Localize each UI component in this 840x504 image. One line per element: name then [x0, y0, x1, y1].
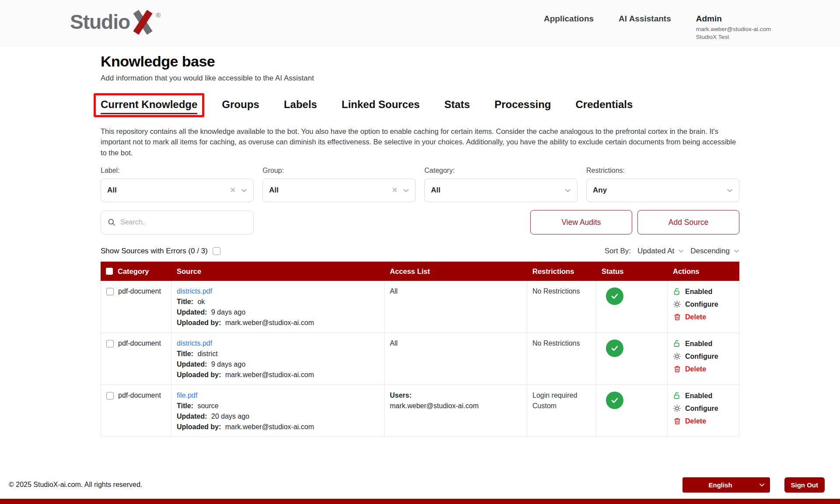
updated-label: Updated: — [177, 413, 207, 420]
site-footer: © 2025 StudioX-ai.com. All rights reserv… — [0, 473, 840, 496]
nav-applications[interactable]: Applications — [544, 14, 594, 24]
enabled-toggle[interactable]: Enabled — [673, 287, 734, 296]
configure-button[interactable]: Configure — [673, 352, 734, 360]
language-select[interactable]: English — [682, 477, 770, 493]
updated-label: Updated: — [177, 308, 207, 316]
source-file-link[interactable]: districts.pdf — [177, 340, 212, 347]
source-file-link[interactable]: districts.pdf — [177, 287, 212, 295]
filter-group-caption: Group: — [262, 167, 416, 175]
enabled-toggle[interactable]: Enabled — [673, 340, 734, 348]
tab-credentials[interactable]: Credentials — [576, 98, 633, 111]
tab-label: Credentials — [576, 98, 633, 110]
status-enabled-icon — [606, 392, 623, 409]
tab-linked-sources[interactable]: Linked Sources — [342, 98, 420, 111]
delete-button[interactable]: Delete — [673, 417, 734, 425]
registered-trademark-icon: ® — [156, 11, 161, 19]
tab-processing[interactable]: Processing — [494, 98, 551, 111]
header-category: Category — [118, 267, 149, 276]
row-checkbox[interactable] — [106, 340, 114, 347]
row-updated: 9 days ago — [209, 360, 245, 368]
delete-label: Delete — [685, 365, 706, 373]
uploaded-by-label: Uploaded by: — [177, 319, 221, 326]
row-category: pdf-document — [118, 287, 161, 295]
tab-labels[interactable]: Labels — [284, 98, 317, 111]
tab-stats[interactable]: Stats — [444, 98, 470, 111]
configure-label: Configure — [685, 405, 718, 413]
delete-label: Delete — [685, 313, 706, 321]
group-select[interactable]: All ✕ — [262, 178, 416, 202]
user-name: Admin — [696, 14, 771, 24]
label-select[interactable]: All ✕ — [101, 178, 254, 202]
header-access-list: Access List — [390, 267, 430, 276]
chevron-down-icon — [727, 189, 733, 192]
language-value: English — [709, 481, 732, 489]
row-checkbox[interactable] — [106, 288, 114, 295]
repository-description: This repository contains all the knowled… — [101, 126, 739, 158]
search-icon — [107, 218, 116, 227]
select-all-checkbox[interactable] — [106, 268, 113, 275]
category-select[interactable]: All — [424, 178, 578, 202]
sort-direction-select[interactable]: Descending — [690, 247, 739, 256]
tab-current-knowledge[interactable]: Current Knowledge — [101, 98, 197, 114]
clear-icon[interactable]: ✕ — [392, 187, 398, 194]
search-box[interactable] — [101, 210, 254, 234]
tab-label: Linked Sources — [342, 98, 420, 110]
top-nav: Applications AI Assistants Admin mark.we… — [544, 14, 771, 40]
sort-field-value: Updated At — [637, 247, 674, 256]
enabled-label: Enabled — [685, 288, 712, 296]
delete-button[interactable]: Delete — [673, 313, 734, 321]
list-controls: Show Sources with Errors (0 / 3) Sort By… — [101, 247, 739, 256]
view-audits-button[interactable]: View Audits — [530, 210, 632, 234]
enabled-label: Enabled — [685, 340, 712, 348]
enabled-label: Enabled — [685, 392, 712, 400]
header-source: Source — [177, 267, 201, 276]
delete-label: Delete — [685, 417, 706, 425]
configure-button[interactable]: Configure — [673, 300, 734, 308]
row-category: pdf-document — [118, 340, 161, 347]
copyright-text: © 2025 StudioX-ai.com. All rights reserv… — [9, 481, 142, 489]
filter-group: Group: All ✕ — [262, 167, 416, 202]
table-row: pdf-document districts.pdf Title: distri… — [101, 333, 739, 385]
sort-field-select[interactable]: Updated At — [637, 247, 684, 256]
filter-restrictions-caption: Restrictions: — [586, 167, 739, 175]
show-errors-checkbox[interactable] — [213, 247, 220, 255]
tab-label: Processing — [494, 98, 551, 110]
source-file-link[interactable]: file.pdf — [177, 392, 197, 399]
sign-out-button[interactable]: Sign Out — [784, 477, 825, 493]
row-title: district — [196, 350, 218, 357]
header-status: Status — [602, 267, 623, 276]
add-source-button[interactable]: Add Source — [637, 210, 739, 234]
header-actions: Actions — [673, 267, 700, 276]
search-row: View Audits Add Source — [101, 210, 739, 234]
status-enabled-icon — [606, 340, 623, 357]
sort-direction-value: Descending — [690, 247, 730, 256]
row-uploaded-by: mark.weber@studiox-ai.com — [223, 371, 314, 378]
row-updated: 9 days ago — [209, 308, 245, 316]
user-menu[interactable]: Admin mark.weber@studiox-ai.com StudioX … — [696, 14, 771, 40]
studiox-logo[interactable]: Studio ® — [70, 10, 161, 33]
chevron-down-icon — [734, 249, 739, 253]
table-row: pdf-document file.pdf Title: source Upda… — [101, 385, 739, 437]
gear-icon — [673, 352, 681, 360]
row-category: pdf-document — [118, 392, 161, 399]
user-email: mark.weber@studiox-ai.com — [696, 26, 771, 32]
row-restrictions: Login requiredCustom — [527, 385, 596, 437]
table-header-row: Category Source Access List Restrictions… — [101, 262, 739, 281]
chevron-down-icon — [403, 189, 409, 192]
main-content: Knowledge base Add information that you … — [0, 46, 840, 437]
tab-label: Current Knowledge — [101, 98, 197, 114]
clear-icon[interactable]: ✕ — [230, 187, 236, 194]
restrictions-select[interactable]: Any — [586, 178, 739, 202]
tab-label: Labels — [284, 98, 317, 110]
nav-ai-assistants[interactable]: AI Assistants — [619, 14, 671, 24]
search-input[interactable] — [120, 218, 247, 226]
row-checkbox[interactable] — [106, 392, 114, 399]
tab-groups[interactable]: Groups — [222, 98, 259, 111]
page-subtitle: Add information that you would like acce… — [101, 74, 739, 83]
configure-button[interactable]: Configure — [673, 404, 734, 413]
logo-text: Studio — [70, 10, 130, 33]
delete-button[interactable]: Delete — [673, 365, 734, 373]
row-restrictions: No Restrictions — [527, 333, 596, 385]
enabled-toggle[interactable]: Enabled — [673, 392, 734, 400]
unlock-icon — [673, 392, 681, 400]
